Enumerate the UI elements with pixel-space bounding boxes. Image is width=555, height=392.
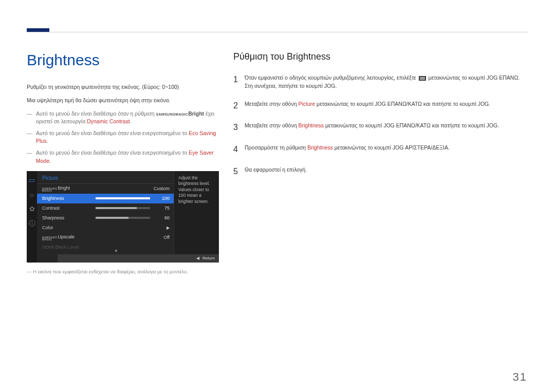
magic-upscale-label: SAMSUNGMAGIC Upscale <box>42 234 75 240</box>
upscale-value: Off <box>163 235 170 240</box>
step-text: μετακινώντας το κουμπί JOG ΕΠΑΝΩ/ΚΑΤΩ κα… <box>317 101 490 107</box>
magic-bright-value: Custom <box>154 186 170 191</box>
contrast-bar <box>96 207 150 209</box>
osd-sidebar: ▭ ☼ ✿ ⓘ <box>27 171 37 263</box>
right-column: Ρύθμιση του Brightness 1 Όταν εμφανιστεί… <box>233 51 528 188</box>
dynamic-contrast-label: Dynamic Contrast <box>87 118 130 124</box>
contrast-label: Contrast <box>42 206 96 211</box>
picture-ref: Picture <box>298 101 315 107</box>
magic-bright-label: SAMSUNGMAGIC Bright <box>42 185 70 192</box>
section-title: Ρύθμιση του Brightness <box>233 51 528 62</box>
step-text: Μεταβείτε στην οθόνη <box>245 101 298 107</box>
osd-main: Picture SAMSUNGMAGIC Bright Custom Brigh… <box>37 171 219 263</box>
osd-panel: ▭ ☼ ✿ ⓘ Picture SAMSUNGMAGIC Bright Cust… <box>27 171 218 263</box>
step-5: 5 Θα εφαρμοστεί η επιλογή. <box>233 165 528 178</box>
brightness-bar <box>96 197 150 199</box>
note-eye-saver: Αυτό το μενού δεν είναι διαθέσιμο όταν ε… <box>27 149 218 164</box>
image-caption: Η εικόνα που εμφανίζεται ενδέχεται να δι… <box>27 269 218 274</box>
step-text: μετακινώντας το κουμπί JOG ΕΠΑΝΩ/ΚΑΤΩ κα… <box>325 122 499 128</box>
note-dynamic-contrast: Αυτό το μενού δεν είναι διαθέσιμο όταν η… <box>27 110 218 125</box>
note-eco-saving: Αυτό το μενού δεν είναι διαθέσιμο όταν ε… <box>27 129 218 145</box>
back-icon[interactable]: ◀ <box>196 256 199 260</box>
page-number: 31 <box>513 370 527 384</box>
description-line-2: Μια υψηλότερη τιμή θα δώσει φωτεινότερη … <box>27 97 218 105</box>
return-label[interactable]: Return <box>202 256 215 260</box>
step-number: 2 <box>233 100 245 113</box>
page-title: Brightness <box>27 51 218 69</box>
samsung-label: SAMSUNG <box>156 113 175 116</box>
step-number: 1 <box>233 73 245 90</box>
sharpness-label: Sharpness <box>42 215 96 220</box>
note-text: Αυτό το μενού δεν είναι διαθέσιμο όταν ε… <box>36 150 189 156</box>
step-text: μετακινώντας το κουμπί JOG ΑΡΙΣΤΕΡΑ/ΔΕΞΙ… <box>335 144 450 151</box>
menu-icon <box>419 76 426 81</box>
step-number: 3 <box>233 121 245 134</box>
sharpness-value: 60 <box>154 215 170 220</box>
step-text: Θα εφαρμοστεί η επιλογή. <box>245 165 528 178</box>
hdmi-black-label: HDMI Black Level <box>42 245 96 250</box>
settings-tab-icon[interactable]: ☼ <box>27 191 37 199</box>
step-number: 4 <box>233 143 245 156</box>
description-line-1: Ρυθμίζει τη γενικότερη φωτεινότητα της ε… <box>27 83 218 91</box>
brightness-ref: Brightness <box>298 122 324 128</box>
brightness-value: 100 <box>154 196 170 201</box>
picture-tab-icon[interactable]: ▭ <box>27 176 37 184</box>
step-text: Προσαρμόστε τη ρύθμιση <box>245 144 307 151</box>
info-tab-icon[interactable]: ⓘ <box>27 219 37 228</box>
step-text: Μεταβείτε στην οθόνη <box>245 122 298 128</box>
left-column: Brightness Ρυθμίζει τη γενικότερη φωτειν… <box>27 51 218 274</box>
bright-label: Bright <box>188 110 204 117</box>
color-label: Color <box>42 225 96 230</box>
options-tab-icon[interactable]: ✿ <box>27 205 37 213</box>
note-text: Αυτό το μενού δεν είναι διαθέσιμο όταν ε… <box>36 130 189 136</box>
osd-description: Adjust the brightness level. Values clos… <box>174 171 219 263</box>
step-1: 1 Όταν εμφανιστεί ο οδηγός κουμπιών ρυθμ… <box>233 73 528 90</box>
contrast-value: 75 <box>154 206 170 211</box>
osd-footer: ◀ Return <box>58 254 219 263</box>
step-4: 4 Προσαρμόστε τη ρύθμιση Brightness μετα… <box>233 143 528 156</box>
magic-label: MAGIC <box>175 113 188 116</box>
step-number: 5 <box>233 165 245 178</box>
notes-list: Αυτό το μενού δεν είναι διαθέσιμο όταν η… <box>27 110 218 165</box>
step-3: 3 Μεταβείτε στην οθόνη Brightness μετακι… <box>233 121 528 134</box>
scroll-down-icon[interactable]: ▼ <box>114 249 118 253</box>
brightness-ref: Brightness <box>307 144 333 151</box>
header-divider <box>27 32 528 32</box>
step-text: Όταν εμφανιστεί ο οδηγός κουμπιών ρυθμιζ… <box>245 74 418 81</box>
sharpness-bar <box>96 217 150 219</box>
chevron-right-icon: ▶ <box>166 226 170 230</box>
brightness-label: Brightness <box>42 196 96 201</box>
step-2: 2 Μεταβείτε στην οθόνη Picture μετακινών… <box>233 100 528 113</box>
note-text: Αυτό το μενού δεν είναι διαθέσιμο όταν η… <box>36 110 156 117</box>
